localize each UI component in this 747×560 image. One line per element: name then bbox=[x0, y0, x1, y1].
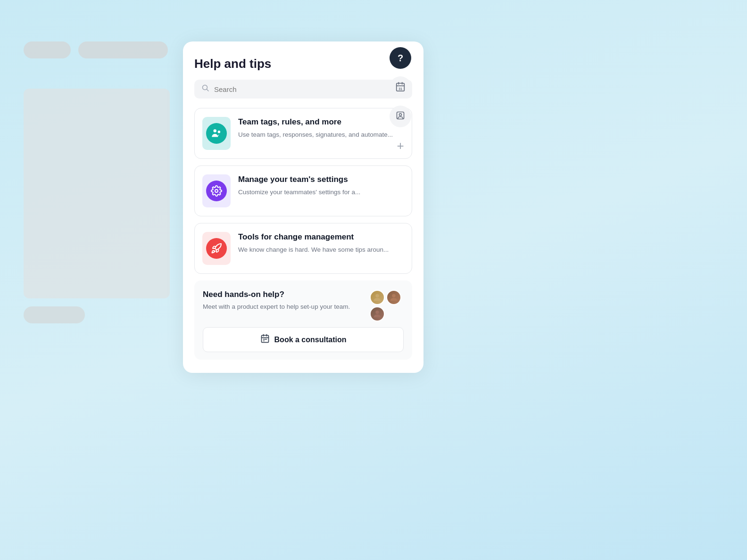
search-icon bbox=[202, 84, 209, 94]
consultation-card: Need hands-on help? Meet with a product … bbox=[194, 280, 412, 360]
search-bar bbox=[194, 80, 412, 99]
calendar-sidebar-icon: 31 bbox=[395, 82, 406, 93]
svg-text:31: 31 bbox=[398, 87, 402, 91]
card-content-1: Team tags, rules, and more Use team tags… bbox=[238, 117, 404, 140]
card-title-2: Manage your team's settings bbox=[238, 174, 404, 185]
plus-icon: + bbox=[397, 140, 404, 152]
card-content-3: Tools for change management We know chan… bbox=[238, 232, 404, 255]
article-card-change-management[interactable]: Tools for change management We know chan… bbox=[194, 223, 412, 274]
person-sidebar-button[interactable] bbox=[390, 106, 411, 127]
card-icon-3 bbox=[206, 238, 227, 259]
svg-rect-8 bbox=[261, 335, 268, 342]
search-input[interactable] bbox=[214, 85, 405, 93]
svg-line-1 bbox=[207, 90, 209, 91]
shell-bar bbox=[24, 306, 85, 323]
card-desc-1: Use team tags, responses, signatures, an… bbox=[238, 130, 404, 140]
article-card-team-tags[interactable]: Team tags, rules, and more Use team tags… bbox=[194, 108, 412, 159]
card-content-2: Manage your team's settings Customize yo… bbox=[238, 174, 404, 197]
shell-topbar bbox=[24, 41, 168, 58]
avatar-2 bbox=[386, 290, 401, 305]
help-panel: Help and tips Team tags, rules bbox=[183, 41, 423, 373]
question-mark-icon: ? bbox=[398, 53, 403, 64]
shell-pill-2 bbox=[78, 41, 168, 58]
svg-point-4 bbox=[215, 189, 218, 192]
card-icon-wrap-2 bbox=[202, 174, 231, 207]
book-consultation-button[interactable]: Book a consultation bbox=[203, 327, 404, 352]
card-title-1: Team tags, rules, and more bbox=[238, 117, 404, 127]
svg-point-21 bbox=[399, 113, 402, 115]
shell-panel bbox=[24, 89, 170, 298]
svg-point-2 bbox=[214, 129, 217, 132]
card-icon-wrap-3 bbox=[202, 232, 231, 265]
avatar-1 bbox=[370, 290, 385, 305]
consultation-title: Need hands-on help? bbox=[203, 290, 364, 299]
person-icon bbox=[396, 111, 405, 123]
calendar-icon bbox=[260, 334, 270, 346]
card-icon-wrap-1 bbox=[202, 117, 231, 150]
help-icon-button[interactable]: ? bbox=[390, 47, 411, 69]
book-consultation-label: Book a consultation bbox=[274, 336, 347, 344]
panel-title: Help and tips bbox=[194, 57, 412, 71]
svg-point-6 bbox=[392, 294, 395, 297]
card-desc-2: Customize your teammates' settings for a… bbox=[238, 188, 404, 197]
svg-point-3 bbox=[218, 131, 220, 133]
avatar-3 bbox=[370, 306, 385, 321]
card-title-3: Tools for change management bbox=[238, 232, 404, 242]
shell-pill-1 bbox=[24, 41, 71, 58]
card-desc-3: We know change is hard. We have some tip… bbox=[238, 245, 404, 255]
card-icon-1 bbox=[206, 123, 227, 144]
consultation-top: Need hands-on help? Meet with a product … bbox=[203, 290, 404, 321]
card-icon-2 bbox=[206, 181, 227, 201]
add-sidebar-button[interactable]: + bbox=[390, 135, 411, 156]
svg-point-5 bbox=[375, 294, 379, 297]
avatar-group bbox=[370, 290, 404, 321]
consultation-text: Need hands-on help? Meet with a product … bbox=[203, 290, 364, 312]
right-sidebar: ? 31 + bbox=[390, 41, 411, 162]
svg-point-7 bbox=[375, 311, 379, 314]
consultation-desc: Meet with a product expert to help set-u… bbox=[203, 302, 364, 312]
calendar-sidebar-button[interactable]: 31 bbox=[390, 76, 411, 98]
article-card-team-settings[interactable]: Manage your team's settings Customize yo… bbox=[194, 165, 412, 216]
